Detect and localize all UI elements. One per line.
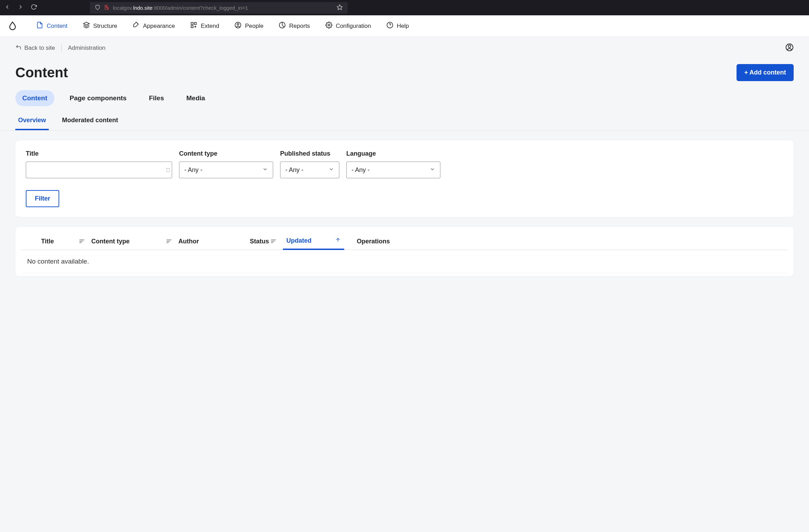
sort-icon: [271, 240, 276, 243]
pie-chart-icon: [279, 22, 286, 30]
nav-extend[interactable]: Extend: [190, 22, 219, 30]
gear-icon: [325, 22, 332, 30]
nav-extend-label: Extend: [201, 23, 219, 30]
filter-actions: Filter: [26, 190, 783, 207]
th-updated[interactable]: Updated: [283, 237, 344, 250]
tab-page-components[interactable]: Page components: [63, 90, 134, 106]
th-content-type[interactable]: Content type: [91, 237, 178, 245]
th-author[interactable]: Author: [178, 237, 231, 245]
layers-icon: [83, 22, 90, 30]
tab-files[interactable]: Files: [142, 90, 171, 106]
th-operations: Operations: [344, 237, 407, 245]
svg-point-12: [328, 24, 330, 26]
back-to-site-link[interactable]: Back to site: [15, 44, 55, 52]
breadcrumb-bar: Back to site Administration: [0, 37, 809, 59]
sort-icon: [79, 240, 84, 243]
nav-appearance[interactable]: Appearance: [133, 22, 175, 30]
browser-chrome: localgov.lndo.site:8000/admin/content?ch…: [0, 0, 809, 15]
chevron-down-icon: [329, 166, 334, 174]
table-header: Title Content type Author Status Updated…: [22, 233, 787, 250]
subtab-moderated[interactable]: Moderated content: [59, 113, 121, 130]
url-bar[interactable]: localgov.lndo.site:8000/admin/content?ch…: [90, 2, 348, 14]
nav-content-label: Content: [47, 23, 68, 30]
nav-content[interactable]: Content: [36, 22, 68, 30]
brush-icon: [133, 22, 140, 30]
filter-language: Language - Any -: [346, 150, 440, 178]
primary-tabs: Content Page components Files Media: [0, 87, 809, 106]
th-title-label: Title: [41, 238, 54, 245]
filter-title-label: Title: [26, 150, 172, 157]
th-author-label: Author: [178, 238, 199, 245]
filter-content-type: Content type - Any -: [179, 150, 273, 178]
filter-title-input[interactable]: [26, 162, 172, 178]
svg-rect-4: [191, 23, 193, 25]
url-text: localgov.lndo.site:8000/admin/content?ch…: [113, 5, 248, 11]
filter-status: Published status - Any -: [280, 150, 339, 178]
shield-icon: [95, 5, 100, 11]
filter-status-value: - Any -: [285, 166, 303, 174]
nav-reports-label: Reports: [289, 23, 310, 30]
file-icon: [36, 22, 43, 30]
content-table-card: Title Content type Author Status Updated…: [15, 227, 794, 276]
nav-reports[interactable]: Reports: [279, 22, 310, 30]
svg-point-10: [237, 23, 239, 25]
drupal-logo-icon[interactable]: [8, 21, 17, 31]
th-operations-label: Operations: [357, 238, 390, 245]
input-handle-icon: ⎕: [167, 167, 169, 173]
table-empty-message: No content available.: [22, 250, 787, 273]
browser-nav-buttons: [4, 4, 37, 11]
account-icon[interactable]: [785, 43, 794, 53]
nav-configuration[interactable]: Configuration: [325, 22, 371, 30]
lock-slash-icon: [104, 5, 109, 11]
page-title: Content: [15, 65, 68, 80]
forward-icon[interactable]: [17, 4, 24, 11]
filter-button[interactable]: Filter: [26, 190, 59, 207]
filter-row: Title ⎕ Content type - Any - Published s…: [26, 150, 783, 178]
sort-icon: [167, 240, 171, 243]
breadcrumb-divider: [61, 44, 62, 52]
nav-appearance-label: Appearance: [143, 23, 175, 30]
reload-icon[interactable]: [31, 4, 37, 11]
add-content-button[interactable]: + Add content: [737, 64, 794, 81]
svg-marker-2: [337, 5, 342, 9]
svg-marker-3: [83, 22, 89, 25]
filter-language-select[interactable]: - Any -: [346, 162, 440, 178]
filter-card: Title ⎕ Content type - Any - Published s…: [15, 140, 794, 217]
bookmark-star-icon[interactable]: [337, 4, 343, 11]
back-to-site-label: Back to site: [24, 45, 55, 52]
nav-help-label: Help: [397, 23, 409, 30]
nav-config-label: Configuration: [336, 23, 371, 30]
th-updated-label: Updated: [286, 237, 311, 244]
subtab-overview[interactable]: Overview: [15, 113, 49, 130]
back-icon[interactable]: [4, 4, 10, 11]
nav-structure[interactable]: Structure: [83, 22, 117, 30]
svg-point-16: [788, 45, 791, 48]
nav-people[interactable]: People: [234, 22, 263, 30]
svg-rect-5: [194, 23, 197, 25]
filter-type-select[interactable]: - Any -: [179, 162, 273, 178]
th-title[interactable]: Title: [22, 237, 91, 245]
page-header: Content + Add content: [0, 59, 809, 87]
admin-nav: Content Structure Appearance Extend Peop…: [36, 22, 409, 30]
admin-toolbar: Content Structure Appearance Extend Peop…: [0, 15, 809, 37]
th-status-label: Status: [250, 238, 269, 245]
filter-status-label: Published status: [280, 150, 339, 157]
chevron-down-icon: [262, 166, 268, 174]
help-icon: [386, 22, 393, 30]
tab-media[interactable]: Media: [179, 90, 212, 106]
tab-content[interactable]: Content: [15, 90, 54, 106]
filter-type-label: Content type: [179, 150, 273, 157]
filter-language-value: - Any -: [352, 166, 370, 174]
nav-help[interactable]: Help: [386, 22, 409, 30]
user-icon: [234, 22, 241, 30]
secondary-tabs: Overview Moderated content: [0, 106, 809, 131]
nav-people-label: People: [245, 23, 263, 30]
chevron-down-icon: [430, 166, 435, 174]
nav-structure-label: Structure: [93, 23, 117, 30]
content-table: Title Content type Author Status Updated…: [22, 233, 787, 273]
th-status[interactable]: Status: [231, 237, 283, 245]
breadcrumb-administration[interactable]: Administration: [68, 45, 106, 52]
filter-language-label: Language: [346, 150, 440, 157]
grid-plus-icon: [190, 22, 197, 30]
filter-status-select[interactable]: - Any -: [280, 162, 339, 178]
